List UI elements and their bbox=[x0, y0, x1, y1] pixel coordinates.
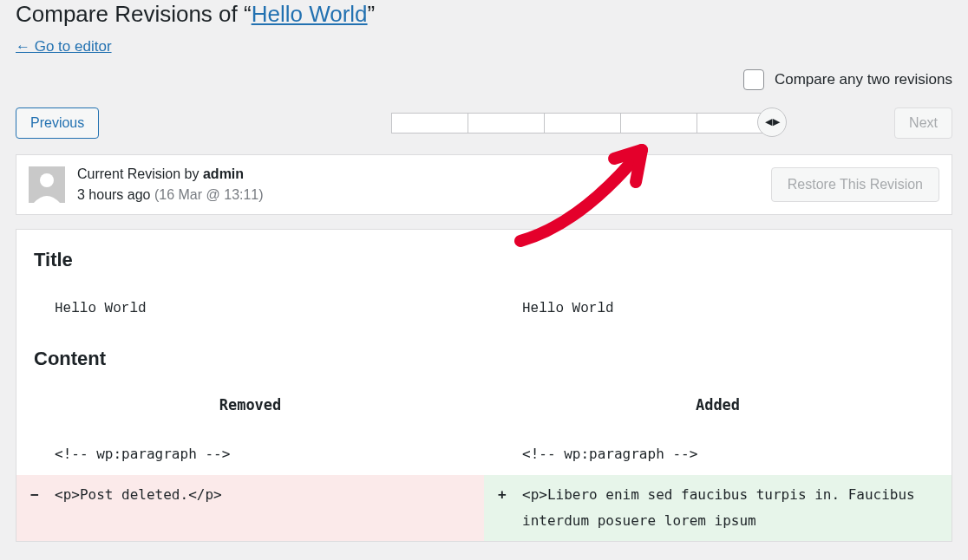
slider-tick[interactable] bbox=[620, 113, 697, 133]
diff-added-line: + <p>Libero enim sed faucibus turpis in.… bbox=[484, 475, 952, 542]
heading-suffix: ” bbox=[368, 1, 376, 27]
section-content-heading: Content bbox=[16, 344, 952, 387]
post-title-link[interactable]: Hello World bbox=[252, 1, 368, 27]
removed-column-header: Removed bbox=[16, 387, 484, 434]
removed-text: <p>Post deleted.</p> bbox=[55, 486, 222, 503]
author-name: admin bbox=[203, 166, 244, 181]
previous-button[interactable]: Previous bbox=[16, 107, 99, 139]
slider-tick[interactable] bbox=[391, 113, 468, 133]
svg-point-1 bbox=[40, 173, 54, 187]
back-to-editor-link[interactable]: ← Go to editor bbox=[16, 38, 112, 55]
plus-icon: + bbox=[498, 482, 507, 508]
slider-handle[interactable]: ◀ ▶ bbox=[757, 107, 787, 137]
restore-revision-button: Restore This Revision bbox=[771, 167, 939, 202]
heading-prefix: Compare Revisions of “ bbox=[16, 1, 252, 27]
added-text: <p>Libero enim sed faucibus turpis in. F… bbox=[522, 486, 915, 529]
added-column-header: Added bbox=[484, 387, 952, 434]
diff-context-right: <!-- wp:paragraph --> bbox=[484, 434, 952, 474]
diff-removed-line: − <p>Post deleted.</p> bbox=[16, 475, 484, 542]
byline-prefix: Current Revision by bbox=[77, 166, 203, 181]
next-button: Next bbox=[894, 107, 952, 139]
diff-panel: Title Hello World Hello World Content Re… bbox=[16, 229, 952, 543]
compare-any-label[interactable]: Compare any two revisions bbox=[775, 71, 952, 88]
chevron-right-icon: ▶ bbox=[773, 116, 780, 127]
compare-any-checkbox[interactable] bbox=[743, 69, 764, 90]
title-left: Hello World bbox=[16, 289, 484, 329]
revision-slider[interactable]: ◀ ▶ bbox=[391, 113, 773, 133]
slider-tick[interactable] bbox=[468, 113, 544, 133]
time-ago: 3 hours ago bbox=[77, 187, 151, 202]
section-title-heading: Title bbox=[16, 245, 952, 289]
chevron-left-icon: ◀ bbox=[765, 116, 772, 127]
avatar bbox=[29, 166, 65, 203]
page-heading: Compare Revisions of “Hello World” bbox=[16, 0, 952, 29]
diff-context-left: <!-- wp:paragraph --> bbox=[16, 434, 484, 474]
timestamp: (16 Mar @ 13:11) bbox=[154, 187, 264, 202]
title-right: Hello World bbox=[484, 289, 952, 329]
minus-icon: − bbox=[30, 482, 39, 508]
revision-meta: Current Revision by admin 3 hours ago (1… bbox=[16, 154, 952, 215]
slider-tick[interactable] bbox=[544, 113, 620, 133]
